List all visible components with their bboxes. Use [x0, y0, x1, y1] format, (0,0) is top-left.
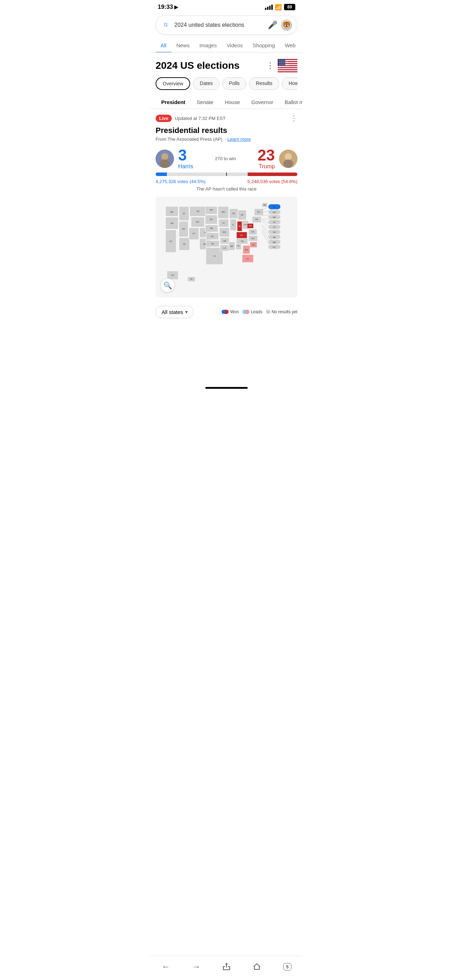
- svg-rect-64: [220, 245, 229, 251]
- election-title: 2024 US elections: [156, 60, 240, 71]
- time-display: 19:33: [158, 3, 173, 11]
- google-logo: G: [161, 20, 171, 30]
- svg-rect-28: [179, 206, 189, 221]
- subtab-ballot-measures[interactable]: Ballot measures: [279, 95, 302, 109]
- learn-more-link[interactable]: Learn more: [227, 137, 251, 142]
- harris-name: Harris: [178, 163, 193, 170]
- svg-rect-94: [247, 224, 253, 229]
- subtab-president[interactable]: President: [156, 95, 191, 109]
- no-results-label: No results yet: [272, 309, 297, 314]
- tab-forums[interactable]: Forums: [300, 39, 302, 52]
- trump-score-block: 23 Trump: [257, 148, 275, 170]
- svg-rect-126: [269, 235, 280, 239]
- main-content: 2024 US elections ⋮ ★ ★ ★ ★ ★ ★ ★ ★ ★ ★ …: [151, 52, 302, 359]
- svg-rect-6: [278, 66, 297, 67]
- header-right: ⋮ ★ ★ ★ ★ ★ ★ ★ ★ ★ ★ ★ ★ ★ ★ ★ ★ ★ ★ ★ …: [266, 59, 297, 72]
- harris-progress: [156, 172, 167, 176]
- search-query: 2024 united states elections: [174, 22, 264, 28]
- svg-rect-92: [248, 229, 257, 235]
- trump-score: 23: [257, 148, 275, 163]
- svg-rect-34: [189, 206, 207, 216]
- live-badge: Live: [156, 115, 172, 122]
- wifi-icon: 📶: [275, 4, 282, 11]
- svg-rect-38: [189, 228, 199, 240]
- svg-rect-58: [219, 219, 229, 227]
- state-dropdown[interactable]: All states ▾: [156, 306, 194, 318]
- svg-rect-26: [165, 230, 176, 253]
- status-time: 19:33 ▶: [158, 3, 178, 11]
- svg-text:G: G: [164, 22, 168, 27]
- won-label: Won: [230, 309, 238, 314]
- trump-avatar: [279, 150, 297, 168]
- us-election-map[interactable]: WA OR CA ID NV AZ MT: [159, 200, 294, 292]
- progress-center-line: [226, 172, 227, 176]
- svg-rect-86: [242, 255, 253, 262]
- chevron-down-icon: ▾: [185, 309, 188, 315]
- svg-rect-116: [269, 210, 280, 214]
- svg-rect-118: [269, 215, 280, 219]
- pill-overview[interactable]: Overview: [156, 77, 190, 90]
- harris-votes: 4,275,328 votes (44.5%): [156, 179, 206, 184]
- us-map-container: WA OR CA ID NV AZ MT: [156, 196, 297, 297]
- svg-rect-30: [179, 221, 188, 237]
- trump-block: 23 Trump: [257, 148, 297, 170]
- svg-rect-36: [191, 217, 204, 227]
- svg-rect-90: [248, 235, 257, 241]
- subtab-senate[interactable]: Senate: [191, 95, 219, 109]
- more-options-icon[interactable]: ⋮: [266, 61, 274, 70]
- pill-polls[interactable]: Polls: [222, 77, 246, 90]
- microphone-icon[interactable]: 🎤: [268, 21, 277, 30]
- live-indicator: Live Updated at 7:32 PM EST: [156, 115, 226, 122]
- home-indicator: [151, 385, 302, 395]
- svg-rect-114: [269, 204, 280, 209]
- svg-rect-24: [165, 217, 178, 229]
- legend-leads: Leads: [242, 309, 262, 314]
- svg-point-17: [160, 159, 170, 168]
- election-header: 2024 US elections ⋮ ★ ★ ★ ★ ★ ★ ★ ★ ★ ★ …: [156, 52, 297, 77]
- filter-tabs: All News Images Videos Shopping Web Foru…: [151, 39, 302, 52]
- trump-votes: 5,248,536 votes (54.6%): [247, 179, 297, 184]
- svg-rect-46: [205, 215, 217, 224]
- svg-rect-132: [262, 203, 268, 207]
- svg-rect-122: [269, 225, 280, 229]
- sub-tabs: President Senate House Governor Ballot m…: [151, 95, 302, 109]
- svg-rect-7: [278, 68, 297, 69]
- svg-point-16: [161, 153, 168, 160]
- no-results-indicator: [266, 310, 270, 314]
- candidates-row: 3 Harris 270 to win 23 Trump: [156, 148, 297, 170]
- search-bar[interactable]: G 2024 united states elections 🎤 🐯: [156, 16, 297, 35]
- zoom-button[interactable]: 🔍: [161, 278, 175, 293]
- tab-shopping[interactable]: Shopping: [248, 39, 280, 52]
- svg-rect-102: [188, 277, 195, 282]
- subtab-house[interactable]: House: [219, 95, 246, 109]
- live-more-options-icon[interactable]: ⋮: [290, 114, 297, 123]
- tab-all[interactable]: All: [156, 39, 172, 52]
- tab-web[interactable]: Web: [280, 39, 300, 52]
- ap-source-text: From The Associated Press (AP): [156, 137, 222, 142]
- svg-rect-74: [237, 221, 242, 231]
- harris-block: 3 Harris: [156, 148, 193, 170]
- svg-rect-48: [205, 225, 218, 232]
- us-flag-icon: ★ ★ ★ ★ ★ ★ ★ ★ ★ ★ ★ ★ ★ ★ ★ ★ ★ ★ ★ ★ …: [278, 59, 297, 72]
- tab-news[interactable]: News: [172, 39, 195, 52]
- pill-how-to-vote[interactable]: How to vote: [282, 77, 297, 90]
- user-avatar[interactable]: 🐯: [281, 19, 292, 31]
- svg-rect-52: [206, 240, 219, 247]
- results-title: Presidential results: [156, 126, 297, 135]
- tab-videos[interactable]: Videos: [222, 39, 248, 52]
- battery-level: 89: [287, 5, 292, 10]
- pill-dates[interactable]: Dates: [193, 77, 219, 90]
- subtab-governor[interactable]: Governor: [246, 95, 279, 109]
- pill-results[interactable]: Results: [249, 77, 279, 90]
- results-section: Presidential results From The Associated…: [156, 126, 297, 324]
- svg-rect-44: [205, 206, 217, 214]
- svg-rect-32: [179, 238, 189, 250]
- svg-rect-8: [278, 70, 297, 71]
- harris-score-block: 3 Harris: [178, 148, 193, 170]
- svg-rect-70: [229, 208, 238, 218]
- svg-rect-80: [236, 232, 247, 239]
- svg-rect-130: [269, 245, 280, 249]
- tab-images[interactable]: Images: [194, 39, 222, 52]
- svg-rect-98: [254, 208, 263, 216]
- home-bar: [205, 387, 248, 389]
